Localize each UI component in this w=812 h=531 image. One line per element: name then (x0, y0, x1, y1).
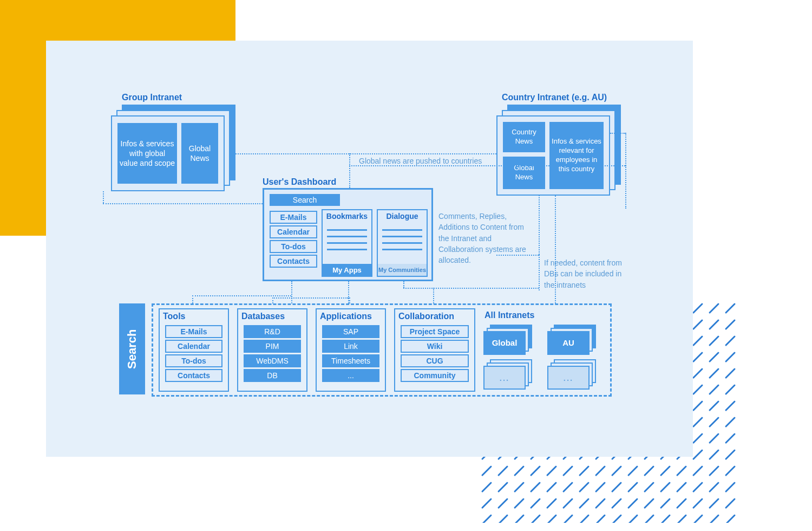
db-item: DB (244, 369, 301, 382)
country-box-gnews: Global News (503, 157, 545, 189)
app-item: ... (322, 369, 379, 382)
cat-databases-title: Databases (238, 309, 306, 323)
conn-col3-v2 (539, 255, 540, 290)
dashboard-search: Search (270, 194, 340, 206)
bottom-search-bar: Search (119, 303, 145, 394)
collab-item: Wiki (401, 340, 469, 353)
db-item: WebDMS (244, 354, 301, 367)
intranet-au: AU (547, 331, 590, 355)
collab-item: Project Space (401, 325, 469, 338)
note-dbs: If needed, content from DBs can be inclu… (544, 257, 628, 290)
country-stack-front: Country News Global News Infos & service… (496, 115, 610, 196)
group-intranet-title: Group Intranet (122, 93, 182, 102)
tools-item: Contacts (165, 369, 222, 382)
cat-databases: Databases R&D PIM WebDMS DB (237, 308, 307, 392)
dashboard-panel: Search E-Mails Calendar To-dos Contacts … (263, 188, 433, 281)
dashboard-col2-foot: My Apps (322, 264, 372, 277)
conn-col2-v2 (349, 297, 350, 303)
conn-col1-h (192, 295, 291, 296)
conn-country-in-v (625, 165, 626, 209)
dashboard-col2-head: Bookmarks (323, 212, 371, 221)
conn-col1-down (291, 281, 292, 303)
dashboard-title: User's Dashboard (263, 177, 336, 187)
diagram-canvas: Group Intranet Infos & services with glo… (46, 41, 693, 457)
tools-item: E-Mails (165, 325, 222, 338)
conn-globalnews-dashdown (349, 153, 350, 188)
conn-globalnews-h (235, 153, 496, 154)
intranet-more2: ... (547, 366, 590, 390)
dashboard-col3-foot: My Communities (378, 264, 427, 276)
note-comments: Comments, Replies, Additions to Content … (438, 211, 536, 266)
dashboard-col2: Bookmarks My Apps (322, 209, 372, 277)
conn-col1-v (192, 295, 193, 303)
group-box-news: Global News (181, 123, 218, 184)
intranet-more1: ... (483, 366, 526, 390)
dashboard-col1-item: To-dos (270, 240, 317, 253)
tools-item: To-dos (165, 354, 222, 367)
conn-col2-h1 (272, 297, 348, 299)
cat-tools-title: Tools (160, 309, 228, 323)
group-box-infos: Infos & services with global value and s… (117, 123, 177, 184)
app-item: Link (322, 340, 379, 353)
conn-country-in (349, 165, 625, 166)
app-item: SAP (322, 325, 379, 338)
conn-group-dash (103, 203, 263, 204)
conn-all-intranets (555, 196, 556, 303)
tools-item: Calendar (165, 340, 222, 353)
cat-collaboration-title: Collaboration (395, 309, 474, 323)
conn-col3-h (403, 288, 539, 289)
dashboard-col1: E-Mails Calendar To-dos Contacts (270, 209, 317, 269)
db-item: PIM (244, 340, 301, 353)
cat-intranets: All Intranets Global AU ... ... (483, 308, 605, 392)
country-box-cnews: Country News (503, 122, 545, 152)
dashboard-col1-item: Contacts (270, 255, 317, 268)
conn-country-out (610, 133, 625, 134)
country-intranet-title: Country Intranet (e.g. AU) (502, 93, 607, 102)
cat-applications-title: Applications (317, 309, 385, 323)
country-box-infos: Infos & services relevant for employees … (549, 122, 604, 189)
conn-col3-down (403, 281, 404, 288)
dashboard-col1-item: E-Mails (270, 211, 317, 224)
db-item: R&D (244, 325, 301, 338)
dashboard-col3: Dialogue My Communities (377, 209, 428, 277)
intranet-global: Global (483, 331, 526, 355)
dashboard-col3-head: Dialogue (378, 212, 427, 221)
conn-db-down (539, 195, 540, 255)
collab-item: Community (401, 369, 469, 382)
collab-item: CUG (401, 354, 469, 367)
conn-col3-note (496, 255, 539, 256)
dashboard-col3-lines (378, 224, 427, 255)
conn-group-v (103, 191, 104, 203)
dashboard-col1-item: Calendar (270, 225, 317, 238)
group-stack-front: Infos & services with global value and s… (111, 115, 225, 191)
cat-tools: Tools E-Mails Calendar To-dos Contacts (159, 308, 229, 392)
dashboard-col2-lines (323, 224, 371, 255)
bottom-dash-panel: Tools E-Mails Calendar To-dos Contacts D… (152, 303, 612, 397)
cat-collaboration: Collaboration Project Space Wiki CUG Com… (394, 308, 475, 392)
conn-col3-v1 (433, 288, 434, 303)
cat-applications: Applications SAP Link Timesheets ... (316, 308, 386, 392)
cat-intranets-title: All Intranets (483, 308, 605, 322)
app-item: Timesheets (322, 354, 379, 367)
conn-col2-v1 (272, 297, 273, 303)
